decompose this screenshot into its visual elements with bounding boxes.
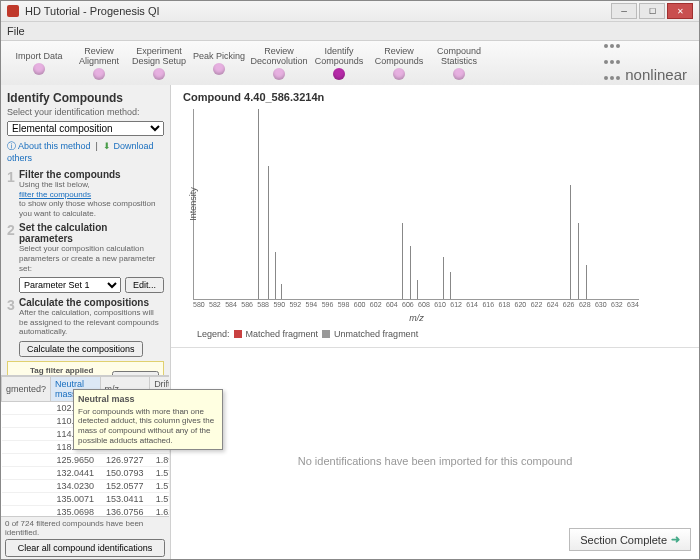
step-number-3: 3 (7, 297, 19, 337)
workflow-step[interactable]: ReviewDeconvolution (249, 46, 309, 80)
unmatched-swatch (322, 330, 330, 338)
workflow-step[interactable]: Peak Picking (189, 51, 249, 75)
spectrum-peak (417, 280, 418, 299)
step1-desc: Using the list below, filter the compoun… (19, 180, 164, 218)
close-button[interactable]: ✕ (667, 3, 693, 19)
spectrum-peak (443, 257, 444, 299)
matched-swatch (234, 330, 242, 338)
spectrum-peak (578, 223, 579, 299)
workflow-step[interactable]: Import Data (9, 51, 69, 75)
about-method-link[interactable]: About this method (18, 141, 91, 151)
step1-title: Filter the compounds (19, 169, 164, 180)
table-row[interactable]: 132.0441150.07931.572 (2, 467, 170, 480)
spectrum-peak (586, 265, 587, 299)
step2-desc: Select your composition calculation para… (19, 244, 164, 273)
workflow-step[interactable]: ReviewCompounds (369, 46, 429, 80)
arrow-right-icon: ➜ (671, 533, 680, 546)
spectrum-peak (570, 185, 571, 299)
y-axis-label: Intensity (188, 187, 198, 221)
ms-spectrum-chart: Intensity m/z (193, 109, 639, 300)
chart-title: Compound 4.40_586.3214n (171, 85, 699, 105)
spectrum-peak (275, 252, 276, 300)
section-complete-button[interactable]: Section Complete ➜ (569, 528, 691, 551)
spectrum-peak (410, 246, 411, 299)
x-axis-ticks: 5805825845865885905925945965986006026046… (193, 301, 639, 308)
method-label: Select your identification method: (7, 107, 164, 117)
workflow-step[interactable]: IdentifyCompounds (309, 46, 369, 80)
step3-title: Calculate the compositions (19, 297, 164, 308)
calculate-button[interactable]: Calculate the compositions (19, 341, 143, 357)
workflow-step[interactable]: CompoundStatistics (429, 46, 489, 80)
neutral-mass-tooltip: Neutral mass For compounds with more tha… (73, 389, 171, 450)
status-text: 0 of 724 filtered compounds have been id… (5, 519, 165, 537)
workflow-bar: Import DataReviewAlignmentExperimentDesi… (1, 41, 699, 86)
spectrum-peak (258, 109, 259, 299)
col-fragmented[interactable]: gmented? (2, 377, 51, 402)
sidebar-title: Identify Compounds (7, 91, 164, 105)
chart-legend: Legend: Matched fragment Unmatched fragm… (197, 329, 418, 339)
minimize-button[interactable]: ─ (611, 3, 637, 19)
step3-desc: After the calculation, compositions will… (19, 308, 164, 337)
step-number-1: 1 (7, 169, 19, 218)
table-row[interactable]: 135.0071153.04111.572 (2, 493, 170, 506)
workflow-step[interactable]: ExperimentDesign Setup (129, 46, 189, 80)
parameter-set-select[interactable]: Parameter Set 1 (19, 277, 121, 293)
table-row[interactable]: 134.0230152.05771.572 (2, 480, 170, 493)
workflow-step[interactable]: ReviewAlignment (69, 46, 129, 80)
spectrum-peak (281, 284, 282, 299)
clear-identifications-button[interactable]: Clear all compound identifications (5, 539, 165, 557)
edit-param-button[interactable]: Edit... (125, 277, 164, 293)
x-axis-label: m/z (409, 313, 424, 323)
filter-compounds-link[interactable]: filter the compounds (19, 190, 91, 199)
spectrum-peak (450, 272, 451, 299)
empty-identifications-message: No identifications have been imported fo… (171, 455, 699, 467)
window-title: HD Tutorial - Progenesis QI (25, 5, 611, 17)
step-number-2: 2 (7, 222, 19, 273)
step2-title: Set the calculation parameters (19, 222, 164, 244)
maximize-button[interactable]: ☐ (639, 3, 665, 19)
info-icon: ⓘ (7, 141, 18, 151)
method-select[interactable]: Elemental composition (7, 121, 164, 136)
spectrum-peak (402, 223, 403, 299)
spectrum-peak (268, 166, 269, 299)
tag-title: Tag filter applied (30, 366, 93, 375)
app-icon (7, 5, 19, 17)
file-menu[interactable]: File (7, 25, 25, 37)
download-icon: ⬇ (103, 141, 114, 151)
table-row[interactable]: 125.9650126.97271.892 (2, 454, 170, 467)
